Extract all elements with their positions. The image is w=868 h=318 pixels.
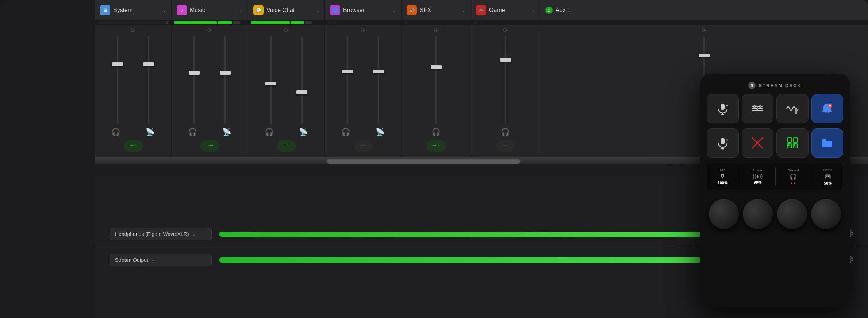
sd-display-mic-value: 100% [718, 181, 728, 185]
channel-sfx: 🔊 SFX ⌄ ⟳ 🎧 〰 [402, 0, 471, 157]
sd-button-wave[interactable] [776, 94, 809, 123]
sd-button-mute[interactable] [742, 128, 774, 158]
sd-display-mic-label: Mic [720, 168, 725, 172]
sd-display-game-value: 50% [824, 181, 832, 185]
stream-dropdown-icon: ⌄ [151, 257, 155, 263]
sd-display-mic: Mic 🎙 100% [718, 168, 728, 185]
channel-game: 🎮 Game ⌄ ⟳ 🎧 〰 [471, 0, 540, 157]
channel-browser-icon: 🌐 [330, 5, 340, 15]
channel-browser-dropdown[interactable]: ⌄ [392, 8, 396, 13]
sd-display-game-label: Game [823, 168, 833, 172]
stream-deck-logo: G STREAM DECK [748, 82, 801, 89]
sd-display-game: Game 🎮 50% [823, 168, 833, 185]
channel-system-headphone-icon[interactable]: 🎧 [111, 128, 120, 136]
channel-sfx-icon: 🔊 [407, 5, 417, 15]
channel-system-stream-icon[interactable]: 📡 [146, 128, 155, 136]
sd-display-screen: Mic 🎙 100% Stream ((●)) 99% Discord 🎧 ● … [707, 163, 843, 190]
svg-point-1 [548, 9, 550, 11]
channel-voicechat-waveform-btn[interactable]: 〰 [277, 140, 296, 152]
channel-music-stream-icon[interactable]: 📡 [222, 128, 231, 136]
channel-browser: 🌐 Browser ⌄ ⟳ [325, 0, 402, 157]
channel-aux1-icon [545, 7, 553, 14]
channel-sfx-waveform-btn[interactable]: 〰 [427, 140, 446, 152]
stream-deck-logo-text: STREAM DECK [758, 83, 801, 88]
sd-display-discord: Discord 🎧 ● ● [788, 168, 799, 185]
svg-rect-12 [760, 105, 761, 108]
sd-display-stream-value: 99% [754, 180, 762, 185]
channel-sfx-headphone-icon[interactable]: 🎧 [431, 128, 441, 136]
svg-point-29 [788, 144, 790, 146]
stream-output-select[interactable]: Stream Output ⌄ [110, 254, 212, 266]
channel-game-dropdown[interactable]: ⌄ [531, 8, 535, 13]
channel-music-dropdown[interactable]: ⌄ [239, 8, 243, 13]
channel-game-icon: 🎮 [476, 5, 486, 15]
channel-voicechat-name: Voice Chat [266, 7, 316, 13]
channel-game-headphone-icon[interactable]: 🎧 [501, 128, 510, 136]
channel-music-headphone-icon[interactable]: 🎧 [188, 128, 197, 136]
channel-game-name: Game [489, 7, 531, 13]
sd-button-mic-minus[interactable] [707, 128, 739, 158]
svg-point-14 [795, 112, 797, 114]
channel-music: ♪ Music ⌄ ⟳ [172, 0, 248, 157]
svg-point-13 [795, 110, 797, 112]
sd-button-grid[interactable] [776, 128, 809, 158]
channel-system-dropdown[interactable]: ⌄ [162, 8, 166, 13]
svg-rect-26 [793, 138, 798, 142]
channel-browser-stream-icon[interactable]: 📡 [376, 128, 385, 136]
channel-voicechat-header: 💬 Voice Chat ⌄ [248, 0, 324, 20]
svg-rect-19 [721, 138, 725, 144]
headphones-volume-fill [219, 232, 726, 237]
stream-output-label: Stream Output [115, 257, 148, 263]
svg-rect-10 [754, 105, 755, 108]
channel-aux1-name: Aux 1 [556, 7, 863, 13]
channel-voicechat: 💬 Voice Chat ⌄ ⟳ [248, 0, 325, 157]
headphones-select[interactable]: Headphones (Elgato Wave:XLR) ⌄ [110, 228, 212, 240]
channel-system: 🖥 System ⌄ ⟳ [95, 0, 172, 157]
svg-rect-27 [787, 144, 792, 148]
channel-system-name: System [113, 7, 162, 13]
sd-button-folder[interactable] [811, 128, 844, 158]
channel-system-icon: 🖥 [100, 5, 110, 15]
headphones-label: Headphones (Elgato Wave:XLR) [115, 231, 189, 237]
channel-voicechat-icon: 💬 [253, 5, 264, 15]
headphones-dropdown-icon: ⌄ [192, 232, 196, 237]
channel-voicechat-headphone-icon[interactable]: 🎧 [265, 128, 274, 136]
sd-display-discord-label: Discord [788, 168, 799, 172]
sd-display-stream-label: Stream [752, 168, 763, 172]
channel-browser-headphone-icon[interactable]: 🎧 [341, 128, 350, 136]
sd-knob-3[interactable] [777, 199, 807, 229]
channel-browser-waveform-btn[interactable]: 〰 [354, 140, 373, 152]
channel-music-icon: ♪ [177, 5, 187, 15]
channel-music-waveform-btn[interactable]: 〰 [200, 140, 219, 152]
stream-volume-fill [219, 257, 701, 263]
channel-music-name: Music [190, 7, 239, 13]
channel-game-header: 🎮 Game ⌄ [471, 0, 540, 20]
svg-rect-11 [757, 108, 758, 110]
sd-knob-1[interactable] [709, 199, 739, 229]
channel-music-header: ♪ Music ⌄ [172, 0, 248, 20]
sd-knobs-row [707, 195, 843, 233]
channel-voicechat-stream-icon[interactable]: 📡 [299, 128, 308, 136]
sd-button-bell[interactable] [811, 94, 844, 123]
sd-button-mic-plus[interactable] [707, 94, 739, 123]
channel-sfx-header: 🔊 SFX ⌄ [402, 0, 471, 20]
channel-game-waveform-btn[interactable]: 〰 [496, 140, 515, 152]
stream-deck-panel: G STREAM DECK [700, 74, 850, 307]
channel-voicechat-dropdown[interactable]: ⌄ [316, 8, 319, 13]
channel-system-header: 🖥 System ⌄ [95, 0, 171, 20]
channel-sfx-dropdown[interactable]: ⌄ [462, 8, 465, 13]
channel-aux1-header: Aux 1 [540, 0, 868, 20]
sd-buttons-row1 [707, 94, 843, 123]
sd-knob-4[interactable] [811, 199, 841, 229]
svg-rect-28 [793, 144, 798, 148]
channel-browser-header: 🌐 Browser ⌄ [325, 0, 401, 20]
svg-rect-2 [721, 104, 725, 110]
sd-knob-2[interactable] [743, 199, 773, 229]
svg-point-15 [795, 108, 797, 110]
sd-button-eq[interactable] [742, 94, 774, 123]
sd-buttons-row2 [707, 128, 843, 158]
channel-sfx-name: SFX [420, 7, 462, 13]
channel-system-waveform-btn[interactable]: 〰 [124, 140, 143, 152]
app-container: 🖥 System ⌄ ⟳ [0, 0, 868, 318]
channel-browser-name: Browser [343, 7, 392, 13]
